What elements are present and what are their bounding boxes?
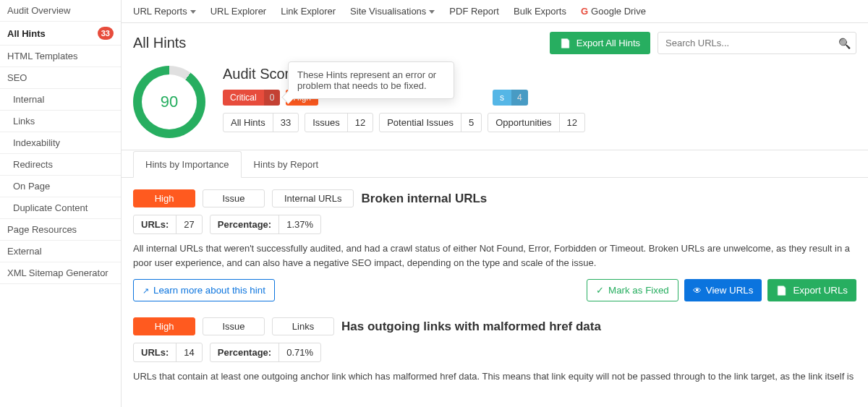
top-nav: URL Reports URL Explorer Link Explorer S… [122,0,868,23]
external-link-icon [142,285,149,296]
hint-percentage-stat: Percentage:0.71% [210,343,321,362]
hint-report-tag: Internal URLs [272,189,354,207]
google-drive-icon: G [581,6,588,17]
tab-hints-by-report[interactable]: Hints by Report [242,151,331,178]
eye-icon [693,285,702,296]
export-all-hints-button[interactable]: Export All Hints [550,32,650,54]
audit-score-value: 90 [142,74,197,129]
title-bar: All Hints Export All Hints [122,23,868,63]
nav-link-explorer[interactable]: Link Explorer [281,6,336,17]
sidebar-item-links[interactable]: Links [0,111,121,132]
learn-more-button[interactable]: Learn more about this hint [133,279,275,301]
badge-all-hints-count: 33 [98,27,114,40]
mark-as-fixed-button[interactable]: Mark as Fixed [587,279,678,301]
hint-block: High Issue Links Has outgoing links with… [133,317,856,384]
nav-url-reports[interactable]: URL Reports [133,6,196,17]
severity-pill-critical[interactable]: Critical0 [223,90,280,106]
hint-type-tag: Issue [203,189,265,207]
audit-score-panel: 90 Audit Score Critical0 High s4 All Hin… [122,63,868,150]
sidebar-item-duplicate-content[interactable]: Duplicate Content [0,197,121,219]
tab-hints-by-importance[interactable]: Hints by Importance [133,151,242,178]
sidebar-item-xml-sitemap[interactable]: XML Sitemap Generator [0,262,121,284]
hint-description: URLs that contain at least one outgoing … [133,369,856,384]
hint-title: Has outgoing links with malformed href d… [341,320,601,334]
hint-percentage-stat: Percentage:1.37% [210,215,321,234]
nav-url-explorer[interactable]: URL Explorer [210,6,267,17]
sidebar-item-indexability[interactable]: Indexability [0,132,121,154]
audit-score-donut: 90 [133,66,205,138]
check-icon [596,285,604,296]
hint-urls-stat: URLs:27 [133,215,203,234]
severity-pill-other[interactable]: s4 [493,90,528,106]
search-icon[interactable] [838,38,851,49]
page-title: All Hints [133,35,542,51]
hints-tabs: Hints by Importance Hints by Report [122,150,868,178]
nav-site-visualisations[interactable]: Site Visualisations [350,6,435,17]
view-urls-button[interactable]: View URLs [684,279,762,301]
sidebar-item-internal[interactable]: Internal [0,89,121,111]
caret-icon [429,10,435,14]
sidebar-item-redirects[interactable]: Redirects [0,154,121,176]
sidebar-item-all-hints[interactable]: All Hints 33 [0,22,121,46]
nav-bulk-exports[interactable]: Bulk Exports [514,6,566,17]
filter-all-hints[interactable]: All Hints33 [223,113,299,132]
hint-severity-tag: High [133,189,195,207]
tooltip-hint-definition: These Hints represent an error or proble… [288,61,454,99]
sidebar-item-seo[interactable]: SEO [0,67,121,89]
sidebar: Audit Overview All Hints 33 HTML Templat… [0,0,122,407]
filter-opportunities[interactable]: Opportunities12 [488,113,585,132]
hint-description: All internal URLs that weren't successfu… [133,241,856,270]
sidebar-item-on-page[interactable]: On Page [0,176,121,197]
export-urls-button[interactable]: Export URLs [767,279,856,301]
hint-urls-stat: URLs:14 [133,343,203,362]
sidebar-item-external[interactable]: External [0,241,121,262]
hint-title: Broken internal URLs [361,192,487,206]
caret-icon [190,10,196,14]
nav-google-drive[interactable]: GGoogle Drive [581,6,646,17]
document-icon [560,38,571,48]
nav-pdf-report[interactable]: PDF Report [449,6,499,17]
sidebar-item-audit-overview[interactable]: Audit Overview [0,0,121,22]
hint-report-tag: Links [272,317,334,335]
search-urls-input[interactable] [658,32,856,54]
hint-type-tag: Issue [203,317,265,335]
sidebar-item-html-templates[interactable]: HTML Templates [0,46,121,67]
document-icon [776,285,787,296]
filter-issues[interactable]: Issues12 [305,113,373,132]
hints-list: High Issue Internal URLs Broken internal… [122,178,868,407]
hint-severity-tag: High [133,317,195,335]
hint-block: High Issue Internal URLs Broken internal… [133,189,856,301]
filter-potential-issues[interactable]: Potential Issues5 [379,113,482,132]
sidebar-item-page-resources[interactable]: Page Resources [0,219,121,241]
